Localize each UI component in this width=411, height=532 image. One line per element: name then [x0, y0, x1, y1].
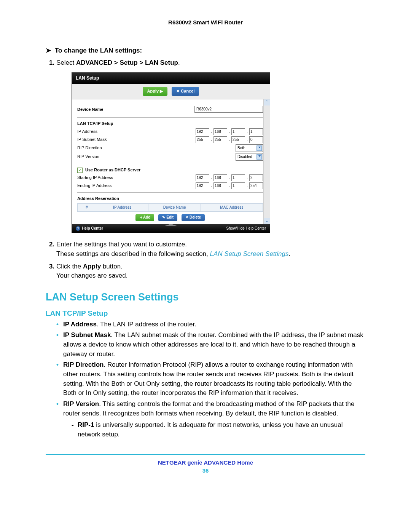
- start-oct3[interactable]: [231, 174, 245, 181]
- tcpip-section-label: LAN TCP/IP Setup: [77, 121, 263, 127]
- mask-oct2[interactable]: [213, 136, 227, 143]
- reservation-table-header: # IP Address Device Name MAC Address: [77, 203, 263, 212]
- panel-footer: ?Help Center Show/Hide Help Center: [72, 224, 270, 233]
- chevron-down-icon: [258, 147, 261, 148]
- step3-post: button.: [101, 263, 123, 270]
- step1-pre: Select: [56, 59, 76, 66]
- apply-button[interactable]: Apply ▶: [143, 87, 168, 96]
- bullet-mask: IP Subnet Mask. The LAN subnet mask of t…: [56, 331, 365, 359]
- col-ip: IP Address: [96, 204, 148, 212]
- step2-text: Enter the settings that you want to cust…: [56, 241, 187, 248]
- start-oct2[interactable]: [213, 174, 227, 181]
- device-name-label: Device Name: [77, 107, 194, 113]
- dhcp-row: ✓ Use Router as DHCP Server: [77, 167, 263, 173]
- bullet-rip1: RIP-1 is universally supported. It is ad…: [72, 420, 365, 439]
- panel-title: LAN Setup: [72, 73, 270, 84]
- col-mac: MAC Address: [201, 204, 263, 212]
- section-heading: LAN Setup Screen Settings: [46, 291, 365, 303]
- scrollbar[interactable]: ⌃ ⌄: [263, 99, 270, 224]
- dhcp-checkbox[interactable]: ✓: [77, 168, 83, 173]
- page-header: R6300v2 Smart WiFi Router: [46, 19, 365, 26]
- ip-text: . The LAN IP address of the router.: [97, 321, 196, 328]
- step3-pre: Click the: [56, 263, 83, 270]
- ip-oct2[interactable]: [213, 128, 227, 135]
- scroll-down-icon[interactable]: ⌄: [264, 218, 270, 224]
- bullet-rip-version: RIP Version. This setting controls the f…: [56, 399, 365, 439]
- rip1-text: is universally supported. It is adequate…: [78, 421, 342, 438]
- drag-handle-icon[interactable]: [164, 224, 178, 226]
- dir-bold: RIP Direction: [63, 361, 104, 368]
- panel-toolbar: Apply ▶ ✕ Cancel: [72, 84, 270, 99]
- step-1: Select ADVANCED > Setup > LAN Setup. LAN…: [56, 58, 365, 233]
- dir-text: . Router Information Protocol (RIP) allo…: [63, 361, 354, 396]
- help-icon[interactable]: ?: [76, 226, 80, 231]
- step2-desc-pre: These settings are described in the foll…: [56, 250, 210, 257]
- task-heading: ➤To change the LAN settings:: [46, 46, 365, 54]
- apply-word: Apply: [83, 263, 101, 270]
- step-3: Click the Apply button. Your changes are…: [56, 262, 365, 281]
- rip-direction-value: Both: [237, 145, 245, 151]
- edit-button[interactable]: ✎ Edit: [158, 214, 177, 221]
- step3-result: Your changes are saved.: [56, 272, 127, 279]
- step2-desc-post: .: [288, 250, 290, 257]
- step-2: Enter the settings that you want to cust…: [56, 240, 365, 259]
- ver-bold: RIP Version: [63, 400, 99, 407]
- ip-oct3[interactable]: [231, 128, 245, 135]
- start-oct4[interactable]: [249, 174, 263, 181]
- rip1-bold: RIP-1: [78, 421, 94, 428]
- subsection-heading: LAN TCP/IP Setup: [46, 309, 365, 318]
- lan-setup-screenshot: LAN Setup Apply ▶ ✕ Cancel ⌃ ⌄ Device Na…: [72, 72, 270, 233]
- dhcp-label: Use Router as DHCP Server: [85, 168, 140, 172]
- ip-address-label: IP Address: [77, 129, 196, 135]
- arrow-icon: ➤: [46, 47, 51, 54]
- rip-direction-select[interactable]: Both: [236, 144, 263, 152]
- bullet-rip-direction: RIP Direction. Router Information Protoc…: [56, 360, 365, 398]
- step1-post: .: [178, 59, 180, 66]
- device-name-input[interactable]: [194, 106, 263, 113]
- bullet-ip: IP Address. The LAN IP address of the ro…: [56, 320, 365, 329]
- start-oct1[interactable]: [196, 174, 209, 181]
- cancel-button[interactable]: ✕ Cancel: [172, 87, 199, 96]
- mask-bold: IP Subnet Mask: [63, 331, 111, 339]
- add-button[interactable]: ＋Add: [135, 214, 154, 221]
- task-heading-text: To change the LAN settings:: [55, 47, 142, 54]
- col-device: Device Name: [148, 204, 201, 212]
- reservation-section-label: Address Reservation: [77, 196, 263, 202]
- ip-bold: IP Address: [63, 321, 97, 328]
- mask-oct1[interactable]: [196, 136, 209, 143]
- ver-text: . This setting controls the format and t…: [63, 400, 354, 417]
- showhide-help-link[interactable]: Show/Hide Help Center: [226, 226, 266, 232]
- end-oct3[interactable]: [231, 182, 245, 189]
- rip-version-select[interactable]: Disabled: [236, 153, 263, 161]
- end-ip-label: Ending IP Address: [77, 183, 196, 189]
- rip-version-value: Disabled: [237, 154, 252, 160]
- scroll-up-icon[interactable]: ⌃: [264, 99, 270, 105]
- footer-text: NETGEAR genie ADVANCED Home: [46, 459, 365, 466]
- start-ip-label: Starting IP Address: [77, 175, 196, 181]
- mask-oct3[interactable]: [231, 136, 245, 143]
- ip-oct1[interactable]: [196, 128, 209, 135]
- rip-version-label: RIP Version: [77, 154, 236, 160]
- end-oct2[interactable]: [213, 182, 227, 189]
- page-number: 36: [46, 467, 365, 474]
- subnet-label: IP Subnet Mask: [77, 137, 196, 143]
- mask-oct4[interactable]: [249, 136, 263, 143]
- end-oct1[interactable]: [196, 182, 209, 189]
- ip-oct4[interactable]: [249, 128, 263, 135]
- help-center-label[interactable]: Help Center: [82, 226, 103, 230]
- step1-path: ADVANCED > Setup > LAN Setup: [76, 59, 178, 66]
- end-oct4[interactable]: [249, 182, 263, 189]
- lan-settings-link[interactable]: LAN Setup Screen Settings: [210, 250, 289, 257]
- rip-direction-label: RIP Direction: [77, 145, 236, 151]
- delete-button[interactable]: ✕ Delete: [182, 214, 205, 221]
- chevron-down-icon: [258, 155, 261, 157]
- col-num: #: [78, 204, 96, 212]
